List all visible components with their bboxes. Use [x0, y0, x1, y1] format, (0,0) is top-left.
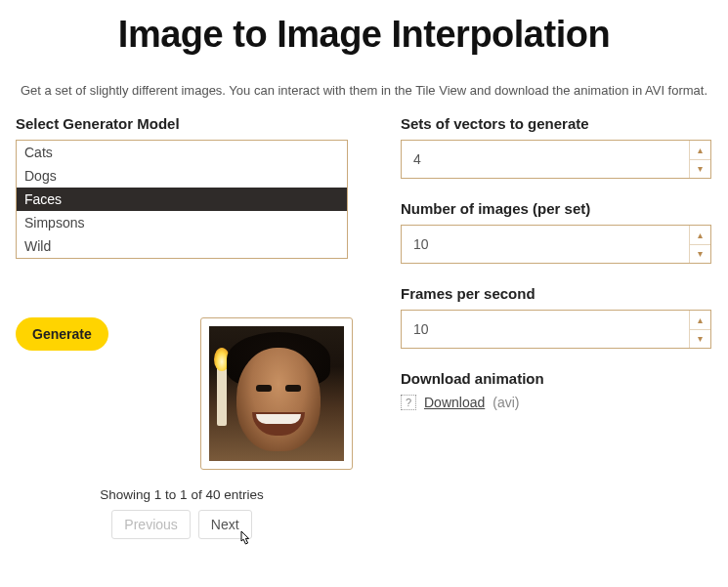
- generator-option-cats[interactable]: Cats: [17, 141, 347, 164]
- sets-input-wrap: ▴ ▾: [401, 140, 711, 179]
- fps-label: Frames per second: [401, 285, 712, 302]
- sets-label: Sets of vectors to generate: [401, 115, 712, 132]
- entries-info-label: Showing 1 to 1 of 40 entries: [16, 487, 348, 502]
- cursor-hand-icon: [237, 530, 253, 552]
- generate-button[interactable]: Generate: [16, 317, 108, 351]
- result-thumbnail-frame[interactable]: [200, 317, 353, 470]
- generator-option-simpsons[interactable]: Simpsons: [17, 211, 347, 234]
- pager: Previous Next: [16, 510, 348, 539]
- generator-option-faces[interactable]: Faces: [17, 188, 347, 211]
- fps-step-up[interactable]: ▴: [690, 311, 710, 330]
- download-link[interactable]: Download: [424, 395, 485, 410]
- images-step-up[interactable]: ▴: [690, 226, 710, 245]
- next-button[interactable]: Next: [198, 510, 252, 539]
- fps-step-down[interactable]: ▾: [690, 330, 710, 349]
- generator-option-wild[interactable]: Wild: [17, 234, 347, 258]
- page-title: Image to Image Interpolation: [0, 14, 728, 56]
- sets-input[interactable]: [402, 141, 689, 178]
- images-label: Number of images (per set): [401, 200, 712, 217]
- generator-option-dogs[interactable]: Dogs: [17, 164, 347, 188]
- download-help-icon[interactable]: ?: [401, 395, 416, 410]
- images-input[interactable]: [402, 226, 689, 263]
- next-button-label: Next: [211, 517, 239, 532]
- generator-model-label: Select Generator Model: [16, 115, 348, 132]
- images-input-wrap: ▴ ▾: [401, 225, 711, 264]
- previous-button[interactable]: Previous: [111, 510, 190, 539]
- sets-step-down[interactable]: ▾: [690, 160, 710, 179]
- fps-input[interactable]: [402, 311, 689, 348]
- download-label: Download animation: [401, 370, 712, 387]
- subtitle: Get a set of slightly different images. …: [0, 83, 728, 98]
- generator-model-listbox[interactable]: CatsDogsFacesSimpsonsWild: [16, 140, 348, 259]
- download-ext-label: (avi): [492, 395, 519, 410]
- images-step-down[interactable]: ▾: [690, 245, 710, 264]
- result-thumbnail-image: [209, 326, 344, 461]
- fps-input-wrap: ▴ ▾: [401, 310, 711, 349]
- sets-step-up[interactable]: ▴: [690, 141, 710, 160]
